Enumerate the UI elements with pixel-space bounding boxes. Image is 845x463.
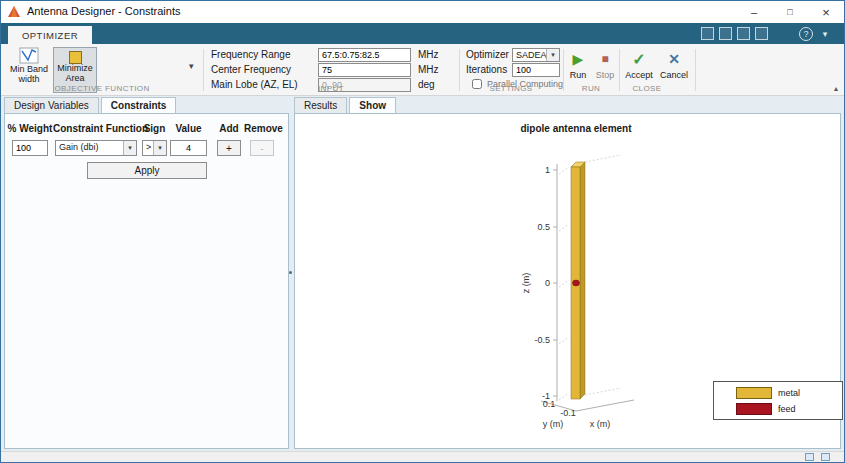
bandwidth-plot-icon (19, 47, 39, 65)
x-axis-label: x (m) (590, 419, 611, 429)
frequency-range-unit: MHz (418, 48, 439, 62)
tab-show[interactable]: Show (349, 97, 396, 113)
constraints-panel: % Weight Constraint Function Sign Value … (4, 113, 289, 449)
y-tick: 0.1 (543, 399, 556, 409)
axes-lines (541, 164, 634, 411)
center-frequency-label: Center Frequency (211, 63, 291, 77)
accept-check-icon: ✓ (632, 49, 645, 71)
titlebar: Antenna Designer - Constraints – □ × (1, 1, 844, 23)
iterations-label: Iterations (466, 63, 507, 77)
tab-design-variables[interactable]: Design Variables (4, 97, 99, 113)
y-axis-label: y (m) (543, 419, 564, 429)
center-frequency-input[interactable] (318, 63, 411, 77)
layout-icon[interactable] (755, 27, 768, 40)
weight-input[interactable] (12, 140, 48, 156)
run-label: Run (570, 71, 587, 81)
main-area: Design Variables Constraints % Weight Co… (1, 96, 844, 451)
chevron-down-icon: ▾ (546, 49, 559, 61)
feed-point (573, 280, 580, 286)
cancel-button[interactable]: ✕ Cancel (657, 49, 691, 85)
tab-optimizer[interactable]: OPTIMIZER (8, 26, 92, 44)
chevron-down-icon: ▾ (123, 141, 136, 155)
value-header: Value (164, 123, 213, 134)
panel-splitter-handle[interactable] (289, 271, 292, 274)
dock-icon[interactable] (805, 453, 814, 461)
redo-icon[interactable] (737, 27, 750, 40)
help-icon[interactable]: ? (799, 27, 813, 41)
app-window: Antenna Designer - Constraints – □ × OPT… (0, 0, 845, 463)
optimizer-select[interactable]: SADEA ▾ (512, 48, 560, 62)
save-icon[interactable] (701, 27, 714, 40)
stop-label: Stop (596, 71, 615, 81)
undock-icon[interactable] (821, 453, 830, 461)
accept-button[interactable]: ✓ Accept (622, 49, 656, 85)
constraint-function-select[interactable]: Gain (dbi) ▾ (55, 140, 137, 156)
undo-icon[interactable] (719, 27, 732, 40)
z-axis-label: z (m) (521, 273, 531, 294)
statusbar (1, 451, 844, 462)
minimize-area-label: Minimize Area (54, 64, 96, 84)
add-constraint-button[interactable]: + (217, 140, 241, 156)
optimizer-label: Optimizer (466, 48, 509, 62)
metal-swatch (736, 387, 772, 399)
metal-legend-label: metal (778, 387, 800, 399)
right-panel-tabs: Results Show (294, 97, 398, 113)
show-panel: dipole antenna element (294, 113, 841, 449)
input-section-label: INPUT (203, 84, 459, 93)
tab-results[interactable]: Results (294, 97, 347, 113)
help-group: ? ▾ (799, 27, 832, 41)
remove-constraint-button: - (250, 140, 274, 156)
close-section-label: CLOSE (607, 84, 687, 93)
optimizer-value: SADEA (513, 49, 546, 61)
z-tick: 0 (545, 278, 550, 288)
toolstrip: Min Bandwidth Minimize Area ▾ OBJECTIVE … (1, 44, 844, 96)
add-header: Add (211, 123, 247, 134)
plot-title: dipole antenna element (520, 123, 632, 134)
feed-legend-label: feed (778, 403, 796, 415)
min-bandwidth-label: Min Bandwidth (7, 65, 51, 85)
chevron-down-icon: ▾ (153, 141, 166, 155)
sign-value: > (143, 141, 153, 155)
stop-square-icon: ■ (601, 49, 608, 71)
constraint-function-header: Constraint Function (53, 123, 139, 134)
plot-legend: metal feed (713, 381, 843, 420)
feed-swatch (736, 403, 772, 415)
objective-section-label: OBJECTIVE FUNCTION (1, 84, 203, 93)
settings-section-label: SETTINGS (459, 84, 563, 93)
z-tick: 1 (545, 165, 550, 175)
sign-select[interactable]: > ▾ (142, 140, 167, 156)
cancel-x-icon: ✕ (668, 49, 680, 71)
ribbon-tab-row: OPTIMIZER ? ▾ (1, 23, 844, 44)
run-play-icon: ▶ (573, 49, 584, 71)
remove-header: Remove (244, 123, 280, 134)
left-panel-tabs: Design Variables Constraints (4, 97, 178, 113)
z-tick: 0.5 (537, 222, 550, 232)
objective-dropdown-icon[interactable]: ▾ (189, 61, 194, 71)
close-window-icon[interactable]: × (808, 1, 844, 23)
grid-dashes (559, 155, 621, 400)
quick-access-toolbar (701, 27, 768, 40)
window-title: Antenna Designer - Constraints (27, 5, 180, 17)
x-tick: -0.1 (560, 408, 576, 418)
stop-button[interactable]: ■ Stop (592, 49, 618, 85)
frequency-range-input[interactable] (318, 48, 411, 62)
maximize-window-icon[interactable]: □ (772, 1, 808, 23)
collapse-ribbon-icon[interactable]: ▾ (818, 27, 832, 41)
iterations-input[interactable] (512, 63, 560, 77)
cancel-label: Cancel (660, 71, 688, 81)
value-input[interactable] (170, 140, 207, 156)
run-button[interactable]: ▶ Run (565, 49, 591, 85)
z-tick: -0.5 (534, 335, 550, 345)
tab-constraints[interactable]: Constraints (101, 97, 177, 113)
center-frequency-unit: MHz (418, 63, 439, 77)
accept-label: Accept (625, 71, 653, 81)
weight-header: % Weight (7, 123, 53, 134)
app-icon (7, 5, 21, 19)
constraint-function-value: Gain (dbi) (56, 141, 123, 155)
apply-button[interactable]: Apply (87, 162, 207, 179)
frequency-range-label: Frequency Range (211, 48, 291, 62)
collapse-toolstrip-icon[interactable]: ▴ (834, 84, 838, 93)
section-divider (695, 49, 696, 91)
minimize-window-icon[interactable]: – (736, 1, 772, 23)
